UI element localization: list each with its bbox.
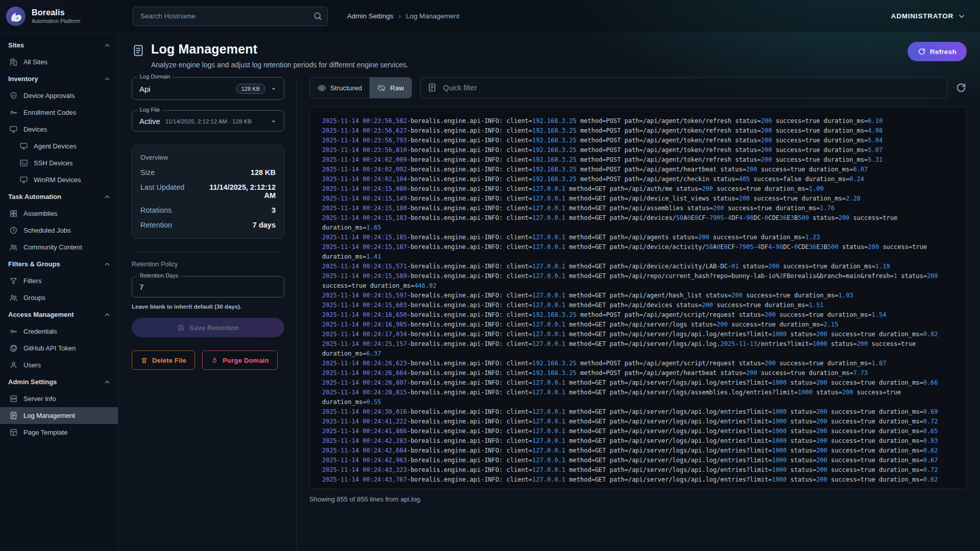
sidebar-item-device-approvals[interactable]: Device Approvals	[0, 87, 118, 104]
sidebar-item-enrollment-codes[interactable]: Enrollment Codes	[0, 104, 118, 121]
sidebar-item-log-management[interactable]: Log Management	[0, 407, 118, 424]
sidebar-item-label: Agent Devices	[34, 142, 77, 150]
log-line: 2025-11-14 00:24:15,180-borealis.engine.…	[322, 204, 954, 213]
refresh-button[interactable]: Refresh	[908, 42, 967, 61]
overview-title: Overview	[140, 154, 276, 161]
user-menu-label: ADMINISTRATOR	[891, 12, 953, 20]
log-output[interactable]: 2025-11-14 00:23:56,582-borealis.engine.…	[309, 107, 967, 489]
sidebar-item-server-info[interactable]: Server Info	[0, 390, 118, 407]
purge-domain-label: Purge Domain	[223, 357, 269, 364]
brand-name: Borealis	[32, 8, 80, 17]
raw-label: Raw	[390, 84, 404, 92]
raw-view-toggle[interactable]: Raw	[370, 78, 411, 98]
save-icon	[177, 324, 185, 332]
log-line: 2025-11-14 00:24:15,080-borealis.engine.…	[322, 184, 954, 194]
server-icon	[9, 394, 18, 403]
funnel-icon	[9, 277, 18, 285]
shield-check-icon	[9, 91, 18, 100]
overview-label: Retention	[140, 221, 172, 229]
breadcrumb-admin-settings[interactable]: Admin Settings	[347, 12, 394, 20]
quick-filter-icon	[427, 83, 437, 92]
main-content: Log Management Analyze engine logs and a…	[118, 33, 980, 551]
sidebar-section-admin-settings[interactable]: Admin Settings	[0, 373, 118, 390]
sidebar-item-filters[interactable]: Filters	[0, 272, 118, 289]
people-icon	[9, 293, 18, 302]
log-line: 2025-11-14 00:24:41,886-borealis.engine.…	[322, 427, 954, 436]
chevron-up-icon	[104, 76, 111, 83]
log-domain-value: Api	[139, 85, 151, 93]
sidebar-item-devices[interactable]: Devices	[0, 121, 118, 138]
sidebar-section-access-management[interactable]: Access Management	[0, 306, 118, 323]
sidebar-item-ssh-devices[interactable]: SSH Devices	[0, 155, 118, 171]
log-line: 2025-11-14 00:24:15,187-borealis.engine.…	[322, 242, 954, 262]
sidebar-section-sites[interactable]: Sites	[0, 37, 118, 54]
log-line: 2025-11-14 00:24:25,157-borealis.engine.…	[322, 339, 954, 359]
log-domain-select[interactable]: Log Domain Api 128 KB	[132, 77, 284, 100]
sidebar-section-filters-groups[interactable]: Filters & Groups	[0, 256, 118, 272]
overview-row-retention: Retention 7 days	[140, 221, 276, 229]
save-retention-button[interactable]: Save Retention	[132, 318, 284, 337]
log-file-select[interactable]: Log File Active 11/14/2025, 2:12:12 AM ·…	[132, 110, 284, 132]
retention-days-input[interactable]	[139, 283, 278, 291]
sidebar-item-label: Log Management	[23, 412, 75, 419]
sidebar-section-task-automation[interactable]: Task Automation	[0, 188, 118, 205]
log-line: 2025-11-14 00:23:56,627-borealis.engine.…	[322, 126, 954, 136]
eye-icon	[317, 84, 326, 92]
delete-file-button[interactable]: Delete File	[132, 350, 195, 370]
sidebar-item-github-api-token[interactable]: GitHub API Token	[0, 340, 118, 357]
sidebar-item-label: Assemblies	[23, 210, 57, 217]
building-icon	[9, 58, 18, 66]
log-line: 2025-11-14 00:24:15,589-borealis.engine.…	[322, 271, 954, 291]
borealis-logo-icon	[5, 6, 27, 27]
sidebar-item-all-sites[interactable]: All Sites	[0, 54, 118, 70]
log-line: 2025-11-14 00:24:42,684-borealis.engine.…	[322, 446, 954, 456]
sidebar-item-label: GitHub API Token	[23, 344, 76, 352]
chevron-up-icon	[104, 261, 111, 268]
log-line: 2025-11-14 00:23:56,793-borealis.engine.…	[322, 136, 954, 145]
log-line: 2025-11-14 00:24:17,034-borealis.engine.…	[322, 330, 954, 339]
sidebar-item-assemblies[interactable]: Assemblies	[0, 205, 118, 222]
overview-value: 3	[272, 206, 276, 214]
log-refresh-icon[interactable]	[955, 82, 967, 93]
overview-value: 11/14/2025, 2:12:12 AM	[201, 183, 276, 199]
sidebar-section-label: Access Management	[8, 311, 74, 318]
purge-domain-button[interactable]: Purge Domain	[202, 350, 278, 370]
sidebar-item-agent-devices[interactable]: Agent Devices	[0, 138, 118, 155]
search-input[interactable]	[133, 7, 328, 26]
chevron-down-icon	[270, 117, 278, 126]
terminal-icon	[19, 159, 28, 167]
quick-filter-input[interactable]	[420, 77, 947, 98]
sidebar-item-winrm-devices[interactable]: WinRM Devices	[0, 171, 118, 188]
danger-actions: Delete File Purge Domain	[132, 350, 284, 370]
grid-icon	[9, 209, 18, 218]
log-domain-label: Log Domain	[137, 73, 173, 80]
log-file-value: Active	[139, 117, 160, 126]
app-root: Borealis Automation Platform Admin Setti…	[0, 0, 980, 551]
log-line: 2025-11-14 00:24:02,092-borealis.engine.…	[322, 165, 954, 174]
people-icon	[9, 243, 18, 252]
user-menu[interactable]: ADMINISTRATOR	[891, 12, 966, 20]
chevron-up-icon	[104, 193, 111, 201]
retention-policy-label: Retention Policy	[132, 261, 284, 268]
sidebar-item-label: Groups	[23, 294, 45, 302]
brand[interactable]: Borealis Automation Platform	[5, 6, 118, 27]
structured-view-toggle[interactable]: Structured	[310, 78, 370, 98]
sidebar-item-community-content[interactable]: Community Content	[0, 239, 118, 256]
monitor-icon	[19, 176, 28, 184]
sidebar-section-inventory[interactable]: Inventory	[0, 70, 118, 87]
sidebar-item-users[interactable]: Users	[0, 357, 118, 373]
sidebar-item-credentials[interactable]: Credentials	[0, 323, 118, 340]
sidebar-item-page-template[interactable]: Page Template	[0, 424, 118, 441]
log-file-label: Log File	[137, 107, 162, 113]
user-icon	[9, 361, 18, 369]
quick-filter	[420, 77, 947, 98]
refresh-label: Refresh	[930, 48, 957, 56]
overview-label: Last Updated	[140, 183, 184, 191]
brand-subtitle: Automation Platform	[32, 18, 80, 24]
sidebar-item-scheduled-jobs[interactable]: Scheduled Jobs	[0, 222, 118, 239]
breadcrumb-log-management[interactable]: Log Management	[406, 12, 459, 20]
breadcrumb: Admin Settings › Log Management	[347, 12, 459, 20]
log-line: 2025-11-14 00:24:43,767-borealis.engine.…	[322, 475, 954, 485]
sidebar-item-groups[interactable]: Groups	[0, 289, 118, 306]
topbar: Borealis Automation Platform Admin Setti…	[0, 0, 980, 33]
